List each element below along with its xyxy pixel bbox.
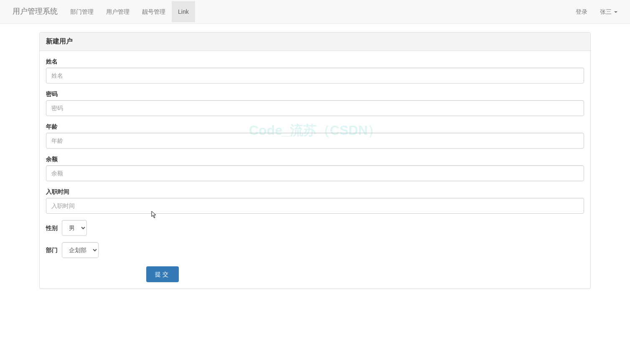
age-label: 年龄: [46, 122, 58, 131]
hire-date-input[interactable]: [46, 198, 584, 214]
name-input[interactable]: [46, 68, 584, 83]
nav-item-department[interactable]: 部门管理: [64, 1, 100, 22]
gender-select[interactable]: 男: [62, 220, 87, 236]
password-label: 密码: [46, 90, 58, 98]
nav-login[interactable]: 登录: [569, 1, 594, 22]
nav-right: 登录 张三: [569, 1, 624, 22]
nav-menu: 部门管理 用户管理 靓号管理 Link: [64, 1, 195, 22]
nav-user-dropdown[interactable]: 张三: [594, 1, 624, 22]
gender-label: 性别: [46, 224, 58, 232]
age-input[interactable]: [46, 133, 584, 149]
navbar: 用户管理系统 部门管理 用户管理 靓号管理 Link 登录 张三: [0, 0, 630, 24]
nav-user-label: 张三: [600, 8, 612, 15]
hire-date-label: 入职时间: [46, 187, 69, 196]
caret-down-icon: [614, 11, 617, 13]
create-user-form: 姓名 密码 年龄 余额 入职时间: [46, 57, 584, 282]
name-label: 姓名: [46, 57, 58, 66]
submit-button[interactable]: 提交: [146, 266, 179, 282]
password-input[interactable]: [46, 100, 584, 116]
nav-item-number[interactable]: 靓号管理: [136, 1, 172, 22]
nav-item-link[interactable]: Link: [172, 1, 195, 22]
department-label: 部门: [46, 246, 58, 254]
navbar-brand[interactable]: 用户管理系统: [6, 0, 64, 23]
balance-input[interactable]: [46, 165, 584, 181]
balance-label: 余额: [46, 155, 58, 163]
department-select[interactable]: 企划部: [62, 242, 99, 258]
form-panel: 新建用户 姓名 密码 年龄 余额: [39, 32, 591, 289]
nav-item-user[interactable]: 用户管理: [100, 1, 136, 22]
panel-title: 新建用户: [40, 33, 590, 51]
